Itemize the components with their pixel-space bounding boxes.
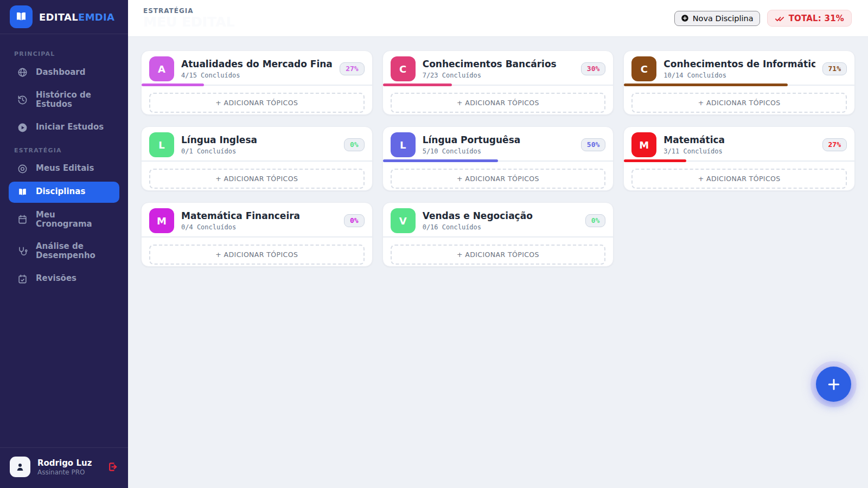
discipline-card: A Atualidades do Mercado Financeiro 4/15… — [141, 50, 373, 115]
discipline-avatar: A — [149, 56, 174, 81]
open-book-logo-icon — [10, 5, 33, 28]
discipline-title: Conhecimentos de Informática — [663, 59, 815, 69]
brand-name-accent: EMDIA — [78, 11, 114, 23]
discipline-avatar: L — [149, 132, 174, 157]
user-info: Rodrigo Luz Assinante PRO — [37, 458, 92, 476]
sidebar-item-label: Disciplinas — [36, 187, 85, 196]
target-icon — [17, 164, 28, 174]
sidebar-item-revisoes[interactable]: Revisões — [9, 268, 119, 290]
logout-icon — [107, 461, 118, 472]
globe-icon — [17, 67, 28, 78]
discipline-card: L Língua Portuguêsa 5/10 Concluídos 50% … — [382, 126, 614, 191]
calendar-icon — [17, 214, 28, 224]
discipline-avatar: V — [391, 208, 416, 233]
discipline-card: C Conhecimentos de Informática 10/14 Con… — [623, 50, 855, 115]
discipline-percent-badge: 0% — [344, 214, 365, 227]
discipline-progress-count: 3/11 Concluídos — [663, 147, 725, 155]
discipline-percent-badge: 27% — [822, 138, 847, 151]
user-avatar — [10, 457, 30, 477]
discipline-progress-count: 10/14 Concluídos — [663, 72, 815, 79]
discipline-progress-bar — [624, 159, 854, 162]
discipline-percent-badge: 0% — [344, 138, 365, 151]
add-topics-button[interactable]: + ADICIONAR TÓPICOS — [391, 93, 606, 113]
stethoscope-icon — [17, 246, 28, 256]
discipline-title: Vendas e Negociação — [423, 210, 533, 221]
sidebar-item-dashboard[interactable]: Dashboard — [9, 62, 119, 83]
brand-name-primary: EDITAL — [39, 11, 78, 23]
sidebar-item-disciplinas[interactable]: Disciplinas — [9, 182, 119, 203]
discipline-avatar: L — [391, 132, 416, 157]
brand-logo[interactable]: EDITALEMDIA — [0, 0, 128, 34]
sidebar-item-label: Revisões — [36, 274, 76, 283]
user-plan-badge: Assinante PRO — [37, 468, 92, 476]
discipline-percent-badge: 71% — [822, 62, 847, 75]
total-progress-badge: TOTAL: 31% — [767, 10, 852, 27]
discipline-title: Língua Portuguêsa — [423, 134, 521, 145]
discipline-progress-bar — [624, 84, 854, 86]
plus-circle-icon — [681, 14, 689, 22]
add-discipline-fab[interactable] — [816, 367, 851, 402]
page-title: MEU EDITAL — [143, 15, 234, 30]
sidebar-item-analise-de-desempenho[interactable]: Análise de Desempenho — [9, 236, 119, 266]
topbar: ESTRATÉGIA MEU EDITAL Nova Disciplina — [128, 0, 868, 37]
app-root: EDITALEMDIA PRINCIPAL Dashboard — [0, 0, 868, 488]
discipline-progress-count: 0/16 Concluídos — [423, 223, 533, 231]
plus-icon — [826, 376, 842, 393]
brand-name: EDITALEMDIA — [39, 11, 114, 23]
discipline-title: Conhecimentos Bancários — [423, 59, 557, 69]
discipline-percent-badge: 0% — [585, 214, 606, 227]
discipline-title: Língua Inglesa — [181, 134, 257, 145]
add-topics-button[interactable]: + ADICIONAR TÓPICOS — [631, 93, 847, 113]
add-topics-button[interactable]: + ADICIONAR TÓPICOS — [149, 169, 365, 189]
sidebar-item-label: Meu Cronograma — [36, 210, 111, 229]
add-topics-button[interactable]: + ADICIONAR TÓPICOS — [391, 245, 606, 265]
nav-section-principal: PRINCIPAL — [14, 50, 114, 57]
discipline-avatar: M — [149, 208, 174, 233]
breadcrumb: ESTRATÉGIA — [143, 7, 234, 15]
add-topics-button[interactable]: + ADICIONAR TÓPICOS — [391, 169, 606, 189]
sidebar-item-label: Dashboard — [36, 68, 85, 77]
topbar-titles: ESTRATÉGIA MEU EDITAL — [143, 7, 234, 30]
add-topics-button[interactable]: + ADICIONAR TÓPICOS — [631, 169, 847, 189]
new-discipline-button[interactable]: Nova Disciplina — [674, 11, 760, 26]
discipline-title: Matemática Financeira — [181, 210, 300, 221]
discipline-percent-badge: 30% — [581, 62, 605, 75]
discipline-title: Matemática — [663, 134, 725, 145]
sidebar-item-label: Histórico de Estudos — [36, 91, 111, 110]
history-icon — [17, 95, 28, 105]
nav-section-estrategia: ESTRATÉGIA — [14, 147, 114, 154]
add-topics-button[interactable]: + ADICIONAR TÓPICOS — [149, 93, 365, 113]
sidebar-item-historico-de-estudos[interactable]: Histórico de Estudos — [9, 85, 119, 115]
sidebar-nav: PRINCIPAL Dashboard Histórico de Estudos — [0, 34, 128, 447]
discipline-card: M Matemática 3/11 Concluídos 27% + ADICI… — [623, 126, 855, 191]
discipline-card: C Conhecimentos Bancários 7/23 Concluído… — [382, 50, 614, 115]
double-check-icon — [775, 14, 784, 23]
logout-button[interactable] — [107, 461, 118, 472]
discipline-progress-bar — [383, 235, 614, 238]
sidebar-item-label: Meus Editais — [36, 164, 94, 173]
discipline-progress-count: 0/1 Concluídos — [181, 147, 257, 155]
sidebar-item-meu-cronograma[interactable]: Meu Cronograma — [9, 205, 119, 235]
discipline-progress-count: 7/23 Concluídos — [423, 72, 557, 79]
discipline-card: V Vendas e Negociação 0/16 Concluídos 0%… — [382, 202, 614, 267]
discipline-card: L Língua Inglesa 0/1 Concluídos 0% + ADI… — [141, 126, 373, 191]
play-circle-icon — [17, 123, 28, 133]
main-area: ESTRATÉGIA MEU EDITAL Nova Disciplina — [128, 0, 868, 488]
discipline-progress-count: 5/10 Concluídos — [423, 147, 521, 155]
sidebar-item-meus-editais[interactable]: Meus Editais — [9, 158, 119, 179]
discipline-progress-bar — [142, 235, 372, 238]
sidebar-item-iniciar-estudos[interactable]: Iniciar Estudos — [9, 117, 119, 138]
new-discipline-label: Nova Disciplina — [693, 14, 754, 23]
add-topics-button[interactable]: + ADICIONAR TÓPICOS — [149, 245, 365, 265]
discipline-avatar: C — [391, 56, 416, 81]
discipline-percent-badge: 50% — [581, 138, 605, 151]
open-book-icon — [17, 187, 28, 197]
discipline-progress-bar — [142, 159, 372, 162]
discipline-progress-count: 4/15 Concluídos — [181, 72, 333, 79]
discipline-card: M Matemática Financeira 0/4 Concluídos 0… — [141, 202, 373, 267]
discipline-title: Atualidades do Mercado Financeiro — [181, 59, 333, 69]
sidebar: EDITALEMDIA PRINCIPAL Dashboard — [0, 0, 128, 488]
user-panel: Rodrigo Luz Assinante PRO — [0, 447, 128, 488]
discipline-avatar: C — [631, 56, 656, 81]
discipline-progress-bar — [142, 84, 372, 86]
